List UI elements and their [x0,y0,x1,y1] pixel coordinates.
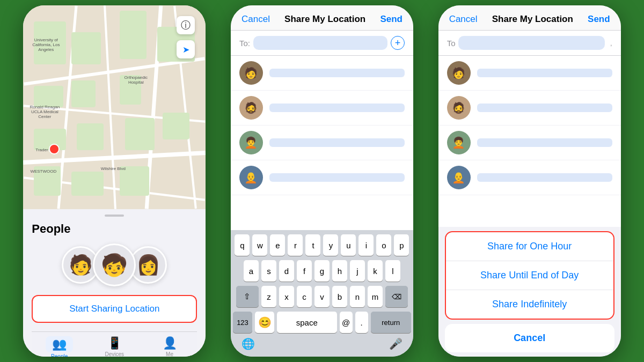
action-sheet-area: Share for One Hour Share Until End of Da… [438,227,621,357]
contact-name-3-3 [477,138,612,147]
map-block [71,172,104,196]
key-l[interactable]: l [385,260,400,282]
key-shift[interactable]: ⇧ [236,286,259,307]
key-o[interactable]: o [376,234,391,256]
contact-row-3-3: 🧑‍🦱 [438,125,621,160]
key-d[interactable]: d [279,260,294,282]
key-m[interactable]: m [368,286,383,307]
key-t[interactable]: t [305,234,320,256]
map-block [120,11,147,59]
key-q[interactable]: q [235,234,250,256]
panel-iphone-2: Cancel Share My Location Send To: + 🧑 🧔 … [231,5,413,357]
mic-icon[interactable]: 🎤 [389,337,402,350]
map-label-blvd: Wilshire Blvd [98,166,128,171]
panel-iphone-1: University of California, Los Angeles Or… [23,5,206,357]
map-label-westwood: WESTWOOD [28,169,58,174]
map-location-button[interactable]: ➤ [177,40,195,58]
screenshot-container: University of California, Los Angeles Or… [0,0,644,362]
avatar-2: 🧒 [93,243,136,286]
people-tab-icon: 👥 [52,337,67,351]
devices-tab-label: Devices [105,351,125,357]
key-a[interactable]: a [244,260,259,282]
globe-icon[interactable]: 🌐 [241,337,255,350]
key-b[interactable]: b [332,286,347,307]
key-j[interactable]: j [350,260,365,282]
avatars-group: 🧑 🧒 👩 [62,243,167,286]
key-y[interactable]: y [323,234,338,256]
key-numbers[interactable]: 123 [233,312,252,333]
start-sharing-button[interactable]: Start Sharing Location [32,295,197,323]
map-label-hospital: Orthopaedic Hospital [120,75,152,85]
key-z[interactable]: z [261,286,276,307]
map-road [104,5,116,209]
key-s[interactable]: s [261,260,276,282]
map-label-ucla: University of California, Los Angeles [28,38,63,52]
key-u[interactable]: u [341,234,356,256]
contact-avatar-2: 🧔 [239,96,263,120]
key-w[interactable]: w [252,234,267,256]
contact-name-2 [269,104,405,112]
map-area: University of California, Los Angeles Or… [23,5,206,209]
key-e[interactable]: e [270,234,285,256]
to-input-3[interactable] [458,36,605,50]
contact-row: 🧑 [231,56,413,91]
send-button-3[interactable]: Send [588,14,610,25]
key-c[interactable]: c [297,286,312,307]
contact-name-3 [269,138,405,147]
to-field-3: To , [438,31,621,56]
map-info-button[interactable]: ⓘ [177,16,195,34]
tab-me[interactable]: 👤 Me [142,336,197,357]
nav-title-3: Share My Location [492,14,573,25]
contact-row-3-2: 🧔 [438,91,621,125]
key-return[interactable]: return [371,312,411,333]
panel-iphone-3: Cancel Share My Location Send To , 🧑 🧔 🧑… [438,5,621,357]
share-end-of-day-button[interactable]: Share Until End of Day [446,261,613,290]
nav-title-2: Share My Location [284,14,365,25]
key-emoji[interactable]: 😊 [255,312,274,333]
share-indefinitely-button[interactable]: Share Indefinitely [446,290,613,319]
contact-name-4 [269,173,405,182]
key-at[interactable]: @ [340,312,353,333]
key-g[interactable]: g [314,260,330,282]
map-block [71,80,96,107]
key-h[interactable]: h [332,260,347,282]
key-dot[interactable]: . [355,312,368,333]
duration-action-sheet: Share for One Hour Share Until End of Da… [445,231,614,320]
key-x[interactable]: x [279,286,294,307]
map-pin [49,144,60,154]
contact-name-3-4 [477,173,612,182]
send-button-2[interactable]: Send [380,14,402,25]
action-cancel-button[interactable]: Cancel [445,324,614,352]
devices-tab-icon: 📱 [107,336,122,350]
keyboard: q w e r t y u i o p a s d f g h j k l [231,230,413,357]
map-background: University of California, Los Angeles Or… [23,5,206,209]
key-space[interactable]: space [277,312,336,333]
to-input[interactable] [253,36,387,50]
cancel-button-3[interactable]: Cancel [449,14,478,25]
contact-row-3-4: 🧑‍🦲 [438,160,621,195]
contacts-list-2: 🧑 🧔 🧑‍🦱 🧑‍🦲 [231,56,413,230]
key-r[interactable]: r [288,234,303,256]
key-k[interactable]: k [368,260,383,282]
tab-people[interactable]: 👥 People [32,336,87,357]
contact-name-3-2 [477,104,612,112]
keyboard-row-2: a s d f g h j k l [233,260,411,282]
key-delete[interactable]: ⌫ [385,286,408,307]
key-n[interactable]: n [350,286,365,307]
map-block [163,113,189,139]
share-one-hour-button[interactable]: Share for One Hour [446,232,613,261]
key-v[interactable]: v [314,286,330,307]
map-block [125,118,155,150]
map-block [71,32,101,64]
contacts-list-3: 🧑 🧔 🧑‍🦱 🧑‍🦲 [438,56,621,227]
contact-row: 🧑‍🦲 [231,160,413,195]
map-label-ronald: Ronald Reagan UCLA Medical Center [28,105,61,119]
key-p[interactable]: p [394,234,409,256]
add-contact-button[interactable]: + [391,36,405,50]
cancel-button-2[interactable]: Cancel [241,14,270,25]
to-field: To: + [231,31,413,56]
tab-devices[interactable]: 📱 Devices [87,336,142,357]
key-f[interactable]: f [297,260,312,282]
me-tab-icon: 👤 [163,336,177,350]
key-i[interactable]: i [358,234,374,256]
